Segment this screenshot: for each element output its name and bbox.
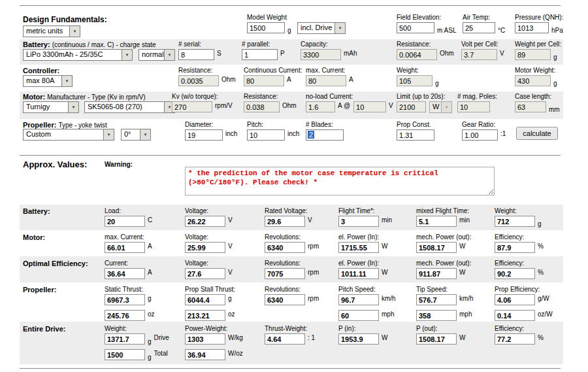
chevron-down-icon: ▼ <box>122 50 132 60</box>
optimal-el-power-field: el. Power (In): W <box>338 260 387 279</box>
load-value[interactable] <box>105 216 145 227</box>
section-title-motor: Motor: Manufacturer - Type (Kv in rpm/V) <box>23 93 146 101</box>
controller-resistance-input <box>178 75 219 86</box>
mixed-flight-time-field: mixed Flight Time: min <box>416 207 470 227</box>
battery-resistance-field: Resistance: Ohm <box>397 41 454 60</box>
serial-input[interactable] <box>178 49 214 60</box>
motor-revolutions-value[interactable] <box>265 242 305 253</box>
optimal-current-value[interactable] <box>105 268 145 279</box>
results-drive-title: Entire Drive: <box>23 325 65 333</box>
weight-per-cell-field: Weight per Cell: g <box>515 41 561 60</box>
chevron-down-icon: ▼ <box>441 102 451 112</box>
chevron-down-icon: ▼ <box>69 26 80 37</box>
diameter-input[interactable] <box>185 129 223 141</box>
battery-weight-value[interactable] <box>495 216 535 227</box>
weight-mode-dropdown[interactable]: incl. Drive▼ <box>297 22 346 34</box>
results-propeller-title: Propeller: <box>23 286 56 294</box>
battery-resistance-input <box>397 49 437 60</box>
optimal-efficiency-field: Efficiency: % <box>495 260 544 279</box>
calculate-button[interactable]: calculate <box>516 127 558 140</box>
prop-efficiency-ozw-value[interactable] <box>495 310 535 321</box>
optimal-voltage-value[interactable] <box>185 268 225 279</box>
static-thrust-oz-value[interactable] <box>105 310 145 321</box>
stall-thrust-g-value[interactable] <box>185 294 225 305</box>
gear-ratio-input[interactable] <box>462 129 498 141</box>
approx-values-title: Approx. Values: <box>23 160 87 169</box>
limit-unit-dropdown[interactable]: W▼ <box>429 101 452 113</box>
motor-max-current-value[interactable] <box>105 242 145 253</box>
capacity-input <box>301 49 341 60</box>
prop-const-input[interactable] <box>397 129 434 141</box>
prop-revolutions-value[interactable] <box>265 294 305 305</box>
field-elevation-input[interactable] <box>397 22 434 33</box>
optimal-mech-power-value[interactable] <box>416 268 457 279</box>
tip-speed-kmh-value[interactable] <box>416 294 457 305</box>
motor-manufacturer-dropdown[interactable]: Turnigy▼ <box>23 101 79 113</box>
motor-type-dropdown[interactable]: SK5065-08 (270)▼ <box>84 101 175 113</box>
stall-thrust-oz-value[interactable] <box>185 310 225 321</box>
optimal-efficiency-value[interactable] <box>495 268 535 279</box>
weight-per-cell-input <box>515 49 551 60</box>
motor-resistance-input <box>244 101 280 112</box>
static-thrust-g-value[interactable] <box>105 294 145 305</box>
pressure-field: Pressure (QNH): hPa <box>515 14 563 33</box>
controller-resistance-field: Resistance: Ohm <box>178 67 236 86</box>
charge-state-dropdown[interactable]: normal▼ <box>139 49 175 61</box>
total-weight-value[interactable] <box>105 349 145 360</box>
yoke-twist-dropdown[interactable]: 0°▼ <box>121 129 151 141</box>
no-load-voltage-input <box>353 101 386 112</box>
air-temp-input[interactable] <box>463 22 495 33</box>
blades-field: # Blades: 2 <box>306 121 344 141</box>
optimal-el-power-value[interactable] <box>338 268 379 279</box>
motor-mech-power-field: mech. Power (out): W <box>416 233 471 253</box>
motor-efficiency-value[interactable] <box>495 242 535 253</box>
pitch-input[interactable] <box>247 129 285 141</box>
chevron-down-icon: ▼ <box>335 23 345 33</box>
battery-voltage-value[interactable] <box>185 216 225 227</box>
blades-input[interactable]: 2 <box>306 129 344 141</box>
motor-resistance-field: Resistance: Ohm <box>244 93 297 112</box>
power-weight-kg-value[interactable] <box>185 333 225 345</box>
units-dropdown[interactable]: metric units▼ <box>23 25 80 37</box>
p-out-value[interactable] <box>416 333 457 345</box>
section-title-design: Design Fundamentals: <box>23 15 107 24</box>
warning-textarea[interactable]: * the prediction of the motor case tempe… <box>185 167 495 195</box>
optimal-revolutions-value[interactable] <box>265 268 305 279</box>
motor-mech-power-value[interactable] <box>416 242 457 253</box>
flight-time-value[interactable] <box>338 216 379 227</box>
ecalc-app: Design Fundamentals: metric units▼ Model… <box>0 0 588 372</box>
power-weight-oz-value[interactable] <box>185 349 225 360</box>
mixed-flight-time-value[interactable] <box>416 216 457 227</box>
motor-voltage-value[interactable] <box>185 242 225 253</box>
parallel-field: # parallel: P <box>242 41 285 60</box>
tip-speed-mph-value[interactable] <box>416 310 457 321</box>
section-title-propeller: Propeller: Type - yoke twist <box>23 121 107 129</box>
pressure-input[interactable] <box>515 22 549 33</box>
model-weight-input[interactable] <box>247 22 285 33</box>
mag-poles-input <box>457 101 490 112</box>
no-load-current-input <box>306 101 335 112</box>
top-divider <box>20 5 561 6</box>
rated-voltage-value[interactable] <box>265 216 305 227</box>
drive-efficiency-field: Efficiency: % <box>495 325 544 345</box>
drive-weight-value[interactable] <box>105 333 145 345</box>
motor-max-current-field: max. Current: A <box>105 233 152 253</box>
battery-voltage-field: Voltage: V <box>185 207 233 227</box>
limit-input <box>397 101 426 112</box>
pitch-speed-kmh-value[interactable] <box>338 294 379 305</box>
controller-type-dropdown[interactable]: max 80A▼ <box>23 75 73 87</box>
optimal-voltage-field: Voltage: V <box>185 260 233 279</box>
propeller-type-dropdown[interactable]: Custom▼ <box>23 129 114 141</box>
model-weight-field: Model Weight g <box>247 14 291 33</box>
battery-weight-field: Weight: g <box>495 207 542 227</box>
pitch-speed-mph-value[interactable] <box>338 310 379 321</box>
drive-efficiency-value[interactable] <box>495 333 535 345</box>
battery-type-dropdown[interactable]: LiPo 3300mAh - 25/35C▼ <box>23 49 133 61</box>
parallel-input[interactable] <box>242 49 278 60</box>
motor-el-power-value[interactable] <box>338 242 379 253</box>
p-in-value[interactable] <box>338 333 379 345</box>
kv-input <box>172 101 212 112</box>
prop-efficiency-gw-value[interactable] <box>495 294 535 305</box>
thrust-weight-value[interactable] <box>265 333 305 345</box>
p-in-field: P (in): W <box>338 325 387 345</box>
